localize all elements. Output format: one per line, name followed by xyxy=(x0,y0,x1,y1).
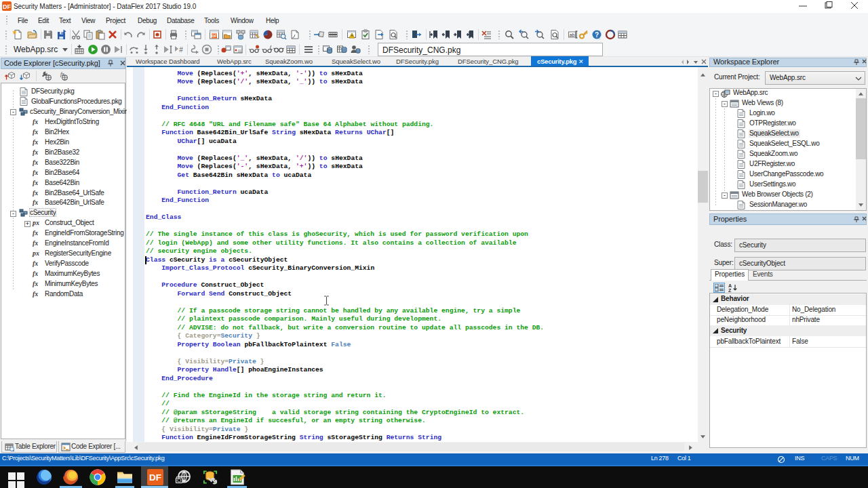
svg-text:DF: DF xyxy=(149,472,161,483)
svg-text:DF: DF xyxy=(3,3,11,10)
svg-text:ab: ab xyxy=(570,33,575,37)
svg-text:A: A xyxy=(728,283,732,288)
svg-text:Z: Z xyxy=(728,288,732,292)
svg-text:(Ξ): (Ξ) xyxy=(269,44,273,50)
svg-text:DF: DF xyxy=(212,34,217,38)
svg-text:?: ? xyxy=(595,31,599,39)
svg-text:#: # xyxy=(179,46,183,54)
